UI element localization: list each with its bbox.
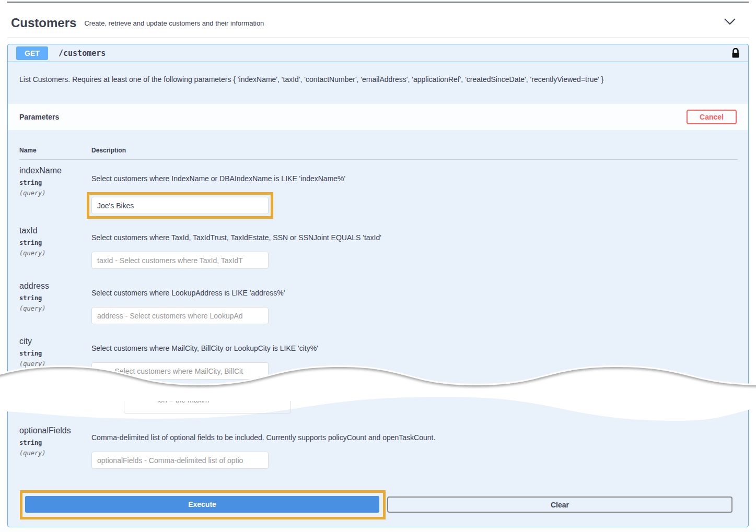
- get-customers-opblock: GET /customers List Customers. Requires …: [7, 44, 749, 527]
- param-name-cell: indexName string (query): [19, 160, 91, 220]
- annotation-highlight-box: Execute: [20, 490, 386, 519]
- http-method-badge: GET: [16, 46, 48, 60]
- swagger-page: Customers Create, retrieve and update cu…: [0, 0, 756, 532]
- param-description: Select customers where MailCity, BillCit…: [91, 343, 738, 353]
- page-bottom-margin: [0, 527, 756, 532]
- operation-summary[interactable]: GET /customers: [8, 44, 748, 62]
- param-name: address: [19, 281, 91, 291]
- section-subtitle: Create, retrieve and update customers an…: [84, 19, 264, 27]
- param-name: city: [19, 337, 91, 346]
- lock-icon: [731, 48, 740, 58]
- param-type: string: [19, 294, 91, 302]
- param-name: indexName: [19, 166, 91, 175]
- param-row-address: address string (query) Select customers …: [19, 275, 738, 330]
- param-type: string: [19, 179, 91, 186]
- param-location: (query): [19, 360, 91, 368]
- parameters-section-header: Parameters Cancel: [8, 104, 748, 130]
- param-desc-cell: Select customers where LookupAddress is …: [91, 275, 738, 330]
- param-desc-cell: Select customers where IndexName or DBAI…: [91, 160, 738, 220]
- indexname-input[interactable]: [91, 197, 269, 214]
- param-row-taxid: taxId string (query) Select customers wh…: [19, 220, 738, 275]
- endpoint-path: /customers: [59, 49, 106, 58]
- parameters-table-header: Name Description: [19, 130, 738, 160]
- annotation-highlight-box: [87, 192, 273, 219]
- param-name-cell: address string (query): [19, 275, 91, 330]
- param-location: (query): [19, 190, 91, 197]
- section-divider: [7, 38, 749, 38]
- chevron-down-icon[interactable]: [724, 18, 736, 28]
- parameters-title: Parameters: [19, 113, 59, 121]
- param-location: (query): [19, 450, 91, 457]
- param-type: string: [19, 439, 91, 446]
- param-description: Select customers where TaxId, TaxIdTrust…: [91, 232, 738, 243]
- param-name: optionalFields: [19, 426, 91, 435]
- auth-lock-button[interactable]: [731, 48, 740, 58]
- name-column-header: Name: [19, 147, 91, 154]
- cancel-button[interactable]: Cancel: [687, 110, 737, 124]
- execute-button[interactable]: Execute: [25, 496, 379, 513]
- param-description: Select customers where LookupAddress is …: [91, 288, 738, 298]
- clipped-input-fragment: ion = the maxim: [124, 401, 291, 413]
- taxid-input[interactable]: [91, 252, 269, 269]
- clear-button[interactable]: Clear: [387, 496, 732, 513]
- param-description: Select customers where IndexName or DBAI…: [91, 173, 738, 184]
- param-name-cell: taxId string (query): [19, 220, 91, 275]
- clipped-text: ion = the maxim: [157, 401, 290, 404]
- operation-description: List Customers. Requires at least one of…: [8, 62, 748, 104]
- param-row-indexname: indexName string (query) Select customer…: [19, 160, 738, 220]
- optionalfields-input[interactable]: [91, 452, 269, 469]
- top-divider: [7, 2, 749, 3]
- param-description: Comma-delimited list of optional fields …: [91, 432, 738, 443]
- tag-section-header[interactable]: Customers Create, retrieve and update cu…: [11, 13, 264, 33]
- param-location: (query): [19, 305, 91, 312]
- section-title: Customers: [11, 16, 76, 30]
- description-column-header: Description: [91, 147, 738, 154]
- param-desc-cell: Select customers where TaxId, TaxIdTrust…: [91, 220, 738, 275]
- param-type: string: [19, 350, 91, 357]
- address-input[interactable]: [91, 307, 269, 324]
- city-input[interactable]: [91, 362, 269, 380]
- param-name-cell: city string (query): [19, 330, 91, 414]
- param-location: (query): [19, 250, 91, 257]
- param-name: taxId: [19, 226, 91, 235]
- param-type: string: [19, 239, 91, 246]
